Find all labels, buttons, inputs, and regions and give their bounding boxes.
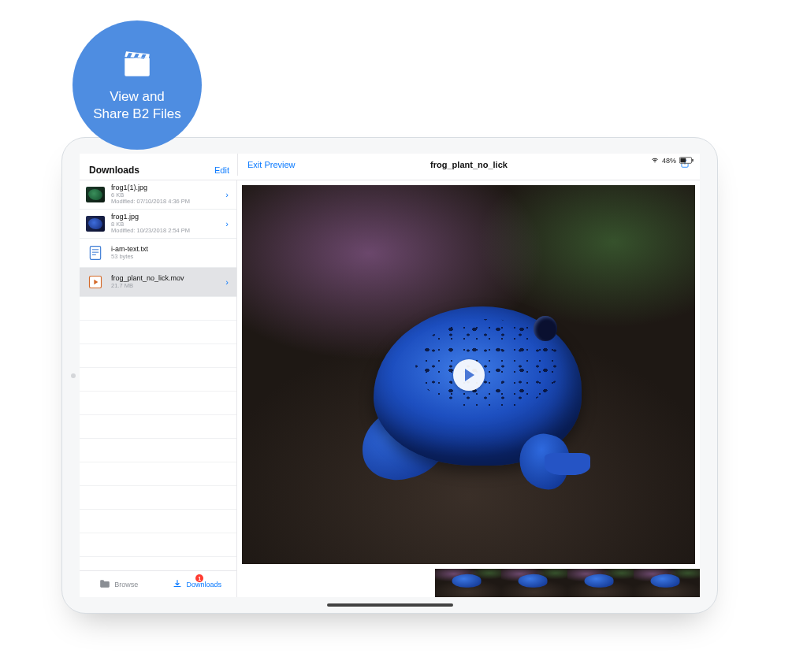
file-modified: Modified: 10/23/2018 2:54 PM [111,228,219,234]
blank-row [80,368,236,392]
topbar: Downloads Edit Exit Preview frog_plant_n… [80,154,700,180]
blank-row [80,439,236,462]
video-file-icon [86,274,105,290]
file-meta: frog_plant_no_lick.mov 21.7 MB [111,275,219,289]
home-indicator [327,603,453,607]
preview-header: Exit Preview frog_plant_no_lick [237,154,700,176]
file-name: frog1.jpg [111,213,219,221]
blank-row [80,297,236,321]
video-preview[interactable] [242,185,695,564]
file-size: 21.7 MB [111,283,219,289]
file-name: frog1(1).jpg [111,184,219,192]
preview-pane [237,180,700,597]
bottom-tabs: Browse Downloads 1 [80,570,236,597]
download-icon [173,579,182,590]
chevron-right-icon[interactable]: › [225,277,230,287]
edit-button[interactable]: Edit [214,165,229,175]
promo-badge-text: View and Share B2 Files [93,88,181,123]
tab-downloads-label: Downloads [186,581,221,588]
tab-browse[interactable]: Browse [80,571,158,597]
file-modified: Modified: 07/10/2018 4:36 PM [111,199,219,205]
file-thumbnail-icon [86,216,105,232]
svg-rect-1 [692,158,693,161]
blank-row [80,415,236,439]
sidebar: frog1(1).jpg 6 KB Modified: 07/10/2018 4… [80,180,237,597]
filmstrip[interactable] [237,569,700,597]
tab-browse-label: Browse [114,581,138,588]
file-row[interactable]: frog1(1).jpg 6 KB Modified: 07/10/2018 4… [80,180,236,210]
exit-preview-button[interactable]: Exit Preview [247,160,296,169]
text-file-icon [86,245,105,261]
sidebar-title: Downloads [89,165,139,176]
play-button[interactable] [453,359,485,391]
filmstrip-frame[interactable] [567,569,634,597]
wifi-icon [651,156,659,165]
svg-rect-3 [90,247,100,260]
preview-title: frog_plant_no_lick [430,160,508,169]
ipad-frame: 48% Downloads Edit Exit Preview frog_pla… [61,137,718,614]
screen: 48% Downloads Edit Exit Preview frog_pla… [80,154,700,597]
file-row[interactable]: frog_plant_no_lick.mov 21.7 MB › [80,268,236,297]
blank-row [80,510,236,533]
filmstrip-frame[interactable] [501,569,567,597]
svg-rect-2 [680,158,686,162]
blank-row [80,321,236,344]
tab-downloads[interactable]: Downloads 1 [158,571,237,597]
battery-percent-label: 48% [662,157,676,165]
file-meta: i-am-text.txt 53 bytes [111,246,230,260]
file-row[interactable]: frog1.jpg 8 KB Modified: 10/23/2018 2:54… [80,210,236,239]
clapperboard-icon [121,47,154,84]
filmstrip-frame[interactable] [634,569,700,597]
battery-icon [679,157,694,165]
folder-icon [99,579,110,590]
blank-row [80,392,236,415]
file-row[interactable]: i-am-text.txt 53 bytes [80,239,236,268]
blank-row [80,344,236,368]
blank-row [80,462,236,486]
file-thumbnail-icon [86,187,105,202]
blank-row [80,533,236,557]
body-area: frog1(1).jpg 6 KB Modified: 07/10/2018 4… [80,180,700,597]
file-size: 53 bytes [111,254,230,260]
status-bar: 48% [651,155,694,166]
file-meta: frog1(1).jpg 6 KB Modified: 07/10/2018 4… [111,184,219,205]
promo-badge: View and Share B2 Files [73,20,202,150]
filmstrip-frame[interactable] [435,569,501,597]
sidebar-header: Downloads Edit [80,165,237,176]
file-list[interactable]: frog1(1).jpg 6 KB Modified: 07/10/2018 4… [80,180,236,570]
chevron-right-icon[interactable]: › [225,190,230,199]
preview-main [237,180,700,569]
chevron-right-icon[interactable]: › [225,219,230,228]
blank-row [80,486,236,510]
file-meta: frog1.jpg 8 KB Modified: 10/23/2018 2:54… [111,213,219,234]
